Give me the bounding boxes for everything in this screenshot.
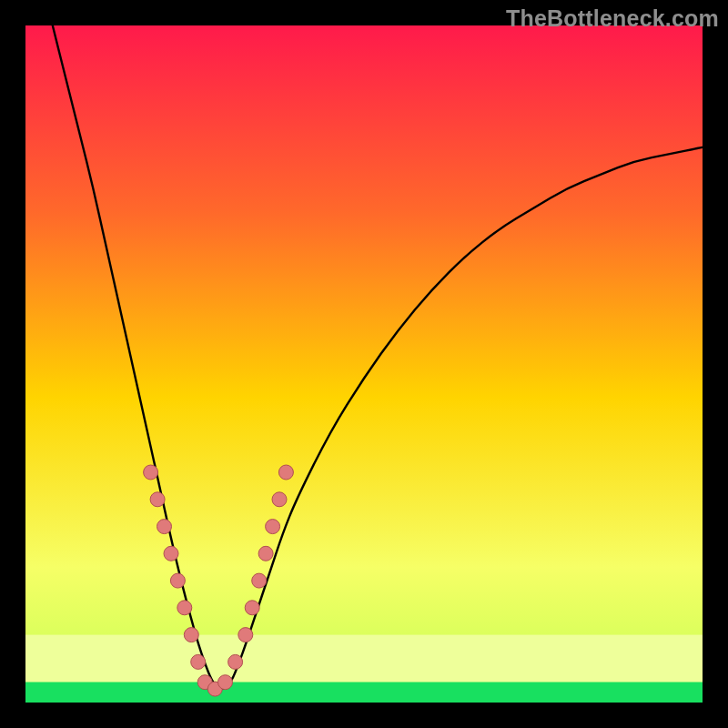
highlight-dot: [144, 465, 158, 480]
highlight-dot: [228, 654, 243, 669]
green-band: [25, 682, 703, 703]
highlight-dot: [164, 546, 178, 561]
highlight-dot: [238, 628, 253, 642]
bottleneck-chart: [25, 25, 703, 703]
highlight-dot: [278, 465, 293, 480]
highlight-dot: [150, 492, 165, 507]
highlight-dot: [170, 573, 185, 588]
highlight-dot: [157, 520, 172, 534]
chart-frame: [25, 25, 703, 703]
highlight-dot: [191, 654, 206, 669]
highlight-dot: [258, 546, 273, 561]
highlight-dot: [218, 675, 233, 690]
gradient-bg: [25, 25, 703, 703]
highlight-dot: [252, 573, 267, 588]
pale-band: [25, 635, 703, 682]
watermark-text: TheBottleneck.com: [506, 5, 719, 32]
highlight-dot: [177, 601, 192, 615]
highlight-dot: [184, 628, 198, 642]
highlight-dot: [272, 492, 287, 507]
highlight-dot: [245, 601, 259, 615]
highlight-dot: [266, 520, 280, 534]
